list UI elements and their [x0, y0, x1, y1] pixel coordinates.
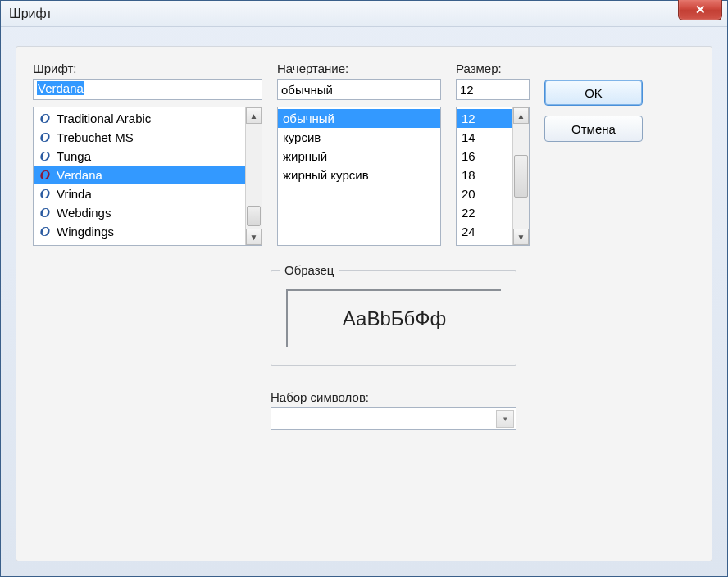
size-list-item[interactable]: 20 — [457, 184, 512, 203]
chevron-down-icon: ▼ — [250, 233, 258, 242]
size-list-item[interactable]: 12 — [457, 109, 512, 128]
style-listbox[interactable]: обычныйкурсивжирныйжирный курсив — [277, 107, 441, 246]
chevron-up-icon: ▲ — [250, 111, 258, 120]
sample-label: Образец — [280, 263, 339, 277]
opentype-icon: O — [39, 147, 52, 166]
sample-fieldset: Образец АаВbБбФф — [271, 270, 516, 366]
font-scrollbar[interactable]: ▲ ▼ — [245, 107, 262, 245]
opentype-icon: O — [39, 184, 52, 203]
chevron-down-icon: ▾ — [503, 415, 507, 423]
size-list-item[interactable]: 18 — [457, 166, 512, 184]
scroll-up-button[interactable]: ▲ — [246, 107, 262, 124]
scroll-track[interactable] — [246, 124, 262, 229]
scroll-thumb[interactable] — [514, 155, 528, 197]
size-list-item[interactable]: 22 — [457, 203, 512, 222]
style-input[interactable] — [277, 79, 441, 100]
font-dialog: Шрифт ✕ Шрифт: Verdana OTraditional Arab… — [0, 0, 728, 577]
close-button[interactable]: ✕ — [678, 0, 722, 20]
sample-group: Образец АаВbБбФф — [271, 270, 516, 366]
chevron-up-icon: ▲ — [517, 111, 526, 120]
size-list-item[interactable]: 16 — [457, 147, 512, 166]
font-list-item[interactable]: OTrebuchet MS — [34, 128, 245, 147]
combo-arrow-button[interactable]: ▾ — [496, 410, 514, 428]
titlebar[interactable]: Шрифт ✕ — [1, 1, 727, 27]
scroll-track[interactable] — [513, 124, 529, 229]
size-input[interactable] — [456, 79, 530, 100]
chevron-down-icon: ▼ — [517, 233, 526, 242]
size-list-item[interactable]: 14 — [457, 128, 512, 147]
cancel-button[interactable]: Отмена — [544, 116, 643, 142]
font-list-item[interactable]: OTraditional Arabic — [34, 109, 245, 128]
sample-text: АаВbБбФф — [286, 289, 501, 347]
charset-label: Набор символов: — [271, 390, 516, 404]
font-item-label: Verdana — [57, 166, 102, 184]
opentype-icon: O — [39, 109, 52, 128]
scroll-thumb[interactable] — [247, 206, 261, 227]
scroll-down-button[interactable]: ▼ — [513, 229, 529, 245]
font-item-label: Tunga — [57, 147, 91, 166]
window-title: Шрифт — [9, 7, 52, 21]
size-column: Размер: 12141618202224 ▲ ▼ — [456, 61, 530, 246]
charset-combo[interactable]: ▾ — [271, 407, 516, 430]
style-list-item[interactable]: жирный курсив — [278, 166, 440, 184]
font-label: Шрифт: — [33, 61, 262, 75]
buttons-column: OK Отмена — [544, 61, 695, 246]
style-list-item[interactable]: курсив — [278, 128, 440, 147]
opentype-icon: O — [39, 166, 52, 184]
font-list-item[interactable]: OVrinda — [34, 184, 245, 203]
dialog-content: Шрифт: Verdana OTraditional ArabicOTrebu… — [16, 46, 712, 561]
ok-button[interactable]: OK — [544, 80, 643, 106]
opentype-icon: O — [39, 203, 52, 222]
font-input-value: Verdana — [37, 81, 84, 95]
font-list-item[interactable]: OTunga — [34, 147, 245, 166]
size-scrollbar[interactable]: ▲ ▼ — [512, 107, 529, 245]
close-icon: ✕ — [695, 2, 706, 17]
opentype-icon: O — [39, 128, 52, 147]
opentype-icon: O — [39, 222, 52, 241]
font-list-item[interactable]: OWebdings — [34, 203, 245, 222]
style-list-item[interactable]: обычный — [278, 109, 440, 128]
style-column: Начертание: обычныйкурсивжирныйжирный ку… — [277, 61, 441, 246]
size-label: Размер: — [456, 61, 530, 75]
font-item-label: Wingdings — [57, 222, 114, 241]
scroll-up-button[interactable]: ▲ — [513, 107, 529, 124]
charset-group: Набор символов: ▾ — [271, 390, 516, 430]
font-list-item[interactable]: OVerdana — [34, 166, 245, 184]
font-listbox[interactable]: OTraditional ArabicOTrebuchet MSOTungaOV… — [33, 107, 262, 246]
font-input[interactable]: Verdana — [33, 79, 262, 100]
size-list-item[interactable]: 24 — [457, 222, 512, 241]
font-item-label: Traditional Arabic — [57, 109, 151, 128]
font-item-label: Trebuchet MS — [57, 128, 134, 147]
font-item-label: Webdings — [57, 203, 111, 222]
style-list-item[interactable]: жирный — [278, 147, 440, 166]
top-row: Шрифт: Verdana OTraditional ArabicOTrebu… — [33, 61, 695, 246]
font-item-label: Vrinda — [57, 184, 92, 203]
style-label: Начертание: — [277, 61, 441, 75]
font-list-item[interactable]: OWingdings — [34, 222, 245, 241]
scroll-down-button[interactable]: ▼ — [246, 229, 262, 245]
font-column: Шрифт: Verdana OTraditional ArabicOTrebu… — [33, 61, 262, 246]
size-listbox[interactable]: 12141618202224 ▲ ▼ — [456, 107, 530, 246]
